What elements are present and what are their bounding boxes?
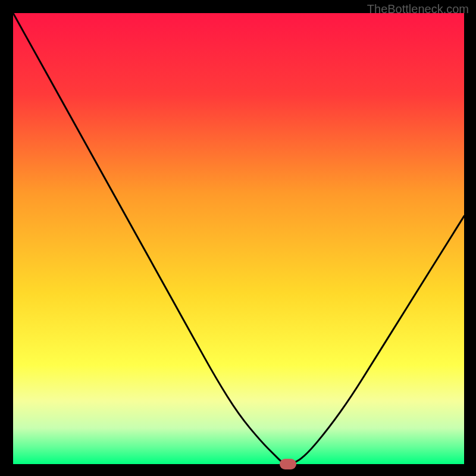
watermark-text: TheBottleneck.com (367, 2, 469, 16)
chart-plot-area (13, 13, 464, 464)
chart-curve (13, 13, 464, 464)
chart-marker (280, 459, 296, 469)
